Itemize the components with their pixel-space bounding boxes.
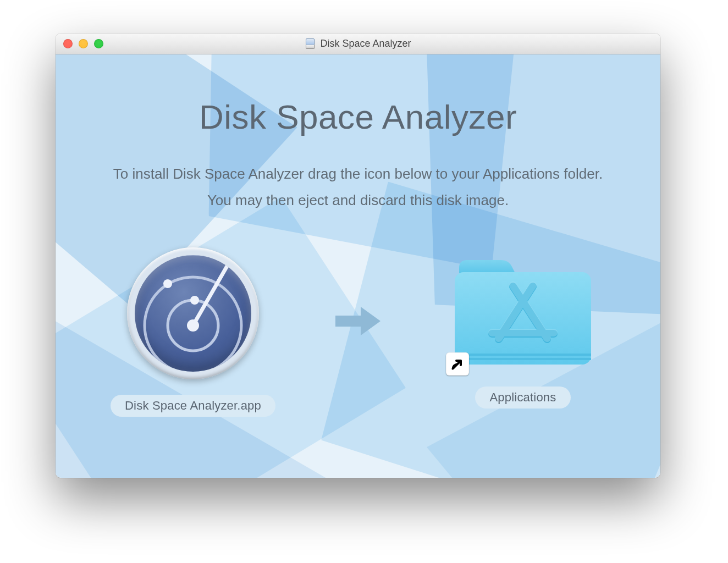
titlebar[interactable]: Disk Space Analyzer xyxy=(56,34,660,54)
app-icon[interactable] xyxy=(127,247,259,379)
svg-rect-8 xyxy=(455,272,591,365)
close-button[interactable] xyxy=(63,39,73,48)
svg-point-7 xyxy=(187,319,199,332)
applications-label[interactable]: Applications xyxy=(475,387,570,409)
zoom-button[interactable] xyxy=(94,39,103,48)
icons-row: Disk Space Analyzer.app xyxy=(56,247,660,417)
svg-point-3 xyxy=(135,255,251,372)
app-icon-column: Disk Space Analyzer.app xyxy=(102,247,284,417)
svg-line-4 xyxy=(193,258,231,325)
svg-point-5 xyxy=(190,296,199,305)
disk-image-icon xyxy=(305,38,316,49)
svg-rect-10 xyxy=(455,358,591,360)
drag-arrow xyxy=(333,299,383,343)
svg-rect-9 xyxy=(455,354,591,356)
applications-folder[interactable] xyxy=(451,256,594,371)
page-title: Disk Space Analyzer xyxy=(199,97,517,136)
alias-badge-icon xyxy=(446,352,469,376)
radar-icon-svg xyxy=(135,255,251,372)
title-center: Disk Space Analyzer xyxy=(56,34,660,54)
folder-icon xyxy=(451,256,594,371)
arrow-right-icon xyxy=(333,303,383,339)
content-area: Disk Space Analyzer To install Disk Spac… xyxy=(56,54,660,478)
instructions: To install Disk Space Analyzer drag the … xyxy=(113,161,603,213)
minimize-button[interactable] xyxy=(79,39,88,48)
window-title: Disk Space Analyzer xyxy=(320,38,411,49)
app-label[interactable]: Disk Space Analyzer.app xyxy=(111,395,275,417)
installer-window: Disk Space Analyzer Disk Space Analyzer … xyxy=(56,34,660,478)
svg-point-6 xyxy=(163,279,172,288)
applications-folder-column: Applications xyxy=(432,256,614,409)
instruction-line: You may then eject and discard this disk… xyxy=(113,187,603,213)
instruction-line: To install Disk Space Analyzer drag the … xyxy=(113,161,603,187)
traffic-lights xyxy=(56,39,103,48)
